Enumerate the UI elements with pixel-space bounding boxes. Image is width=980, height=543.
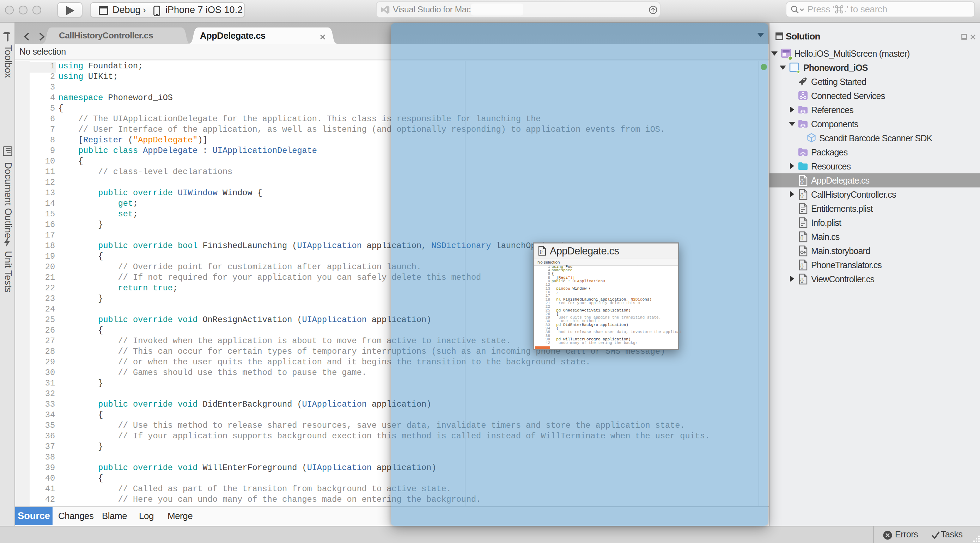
svg-text:{}: {} (800, 276, 804, 283)
svg-text:{}: {} (800, 234, 804, 240)
svg-text:{}: {} (539, 249, 543, 254)
svg-text:{}: {} (800, 262, 804, 268)
svg-text:{}: {} (800, 178, 804, 184)
svg-text:{}: {} (800, 192, 804, 198)
